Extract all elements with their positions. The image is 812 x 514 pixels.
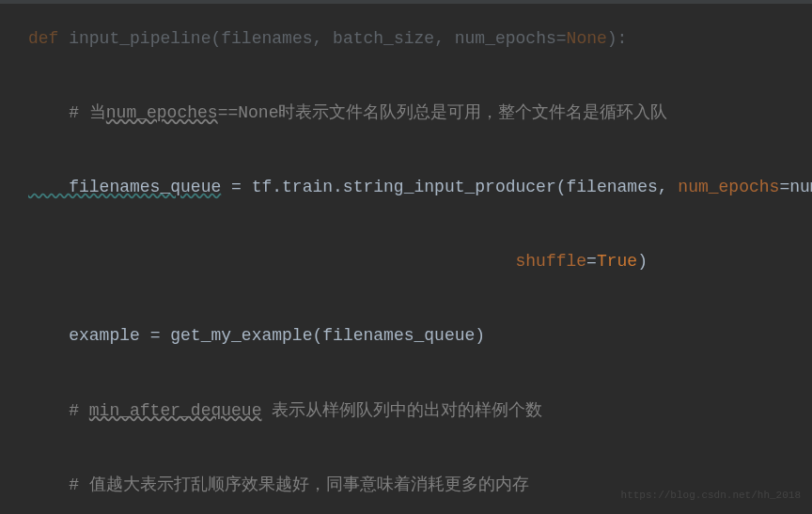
comment-text: # [28, 401, 89, 420]
code-line-0[interactable]: def input_pipeline(filenames, batch_size… [28, 0, 812, 57]
operator: = [140, 326, 170, 345]
code-line-5[interactable]: # min_after_dequeue 表示从样例队列中的出对的样例个数 [28, 355, 812, 429]
kwarg: shuffle [515, 252, 586, 271]
code-line-3[interactable]: shuffle=True) [28, 207, 812, 281]
keyword-def: def [28, 29, 58, 48]
argument: filenames [567, 178, 658, 196]
param: num_epochs [455, 29, 556, 48]
func-call: string_input_producer [343, 178, 556, 196]
module-ref: tf.train. [252, 178, 343, 196]
func-call: get_my_example [170, 326, 312, 345]
variable: example [28, 326, 140, 345]
typo-word: num_epoches [106, 103, 218, 122]
comment-text: 表示从样例队列中的出对的样例个数 [261, 401, 542, 420]
argument: filenames_queue [322, 326, 475, 345]
code-line-1[interactable]: # 当num_epoches==None时表示文件名队列总是可用，整个文件名是循… [28, 57, 812, 132]
code-line-4[interactable]: example = get_my_example(filenames_queue… [28, 281, 812, 355]
watermark-text: https://blog.csdn.net/hh_2018 [621, 484, 801, 506]
param: batch_size [333, 29, 434, 48]
code-line-2[interactable]: filenames_queue = tf.train.string_input_… [28, 132, 812, 206]
operator: = [221, 178, 251, 196]
none-literal: None [567, 29, 607, 48]
variable: filenames_queue [28, 178, 221, 196]
comment-text: ==None时表示文件名队列总是可用，整个文件名是循环入队 [218, 103, 668, 122]
comment-text: # 值越大表示打乱顺序效果越好，同事意味着消耗更多的内存 [28, 475, 529, 494]
typo-word: min_after_dequeue [89, 401, 262, 420]
true-literal: True [597, 252, 637, 271]
param: filenames [221, 29, 312, 48]
kwarg: num_epochs [678, 178, 779, 196]
comment-text: # 当 [28, 103, 106, 122]
argument: num_epochs [789, 178, 812, 196]
func-name: input_pipeline [69, 29, 211, 48]
